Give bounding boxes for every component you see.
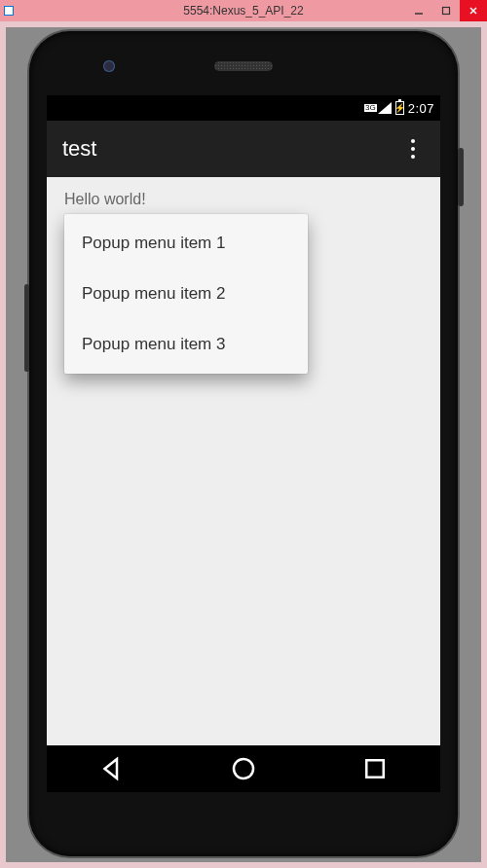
app-action-bar: test — [47, 121, 440, 177]
earpiece-speaker-icon — [214, 61, 273, 71]
maximize-button[interactable] — [432, 0, 460, 21]
hello-text: Hello world! — [47, 177, 440, 208]
battery-indicator: ⚡ — [395, 101, 404, 115]
nav-recents-button[interactable] — [360, 754, 390, 783]
svg-rect-1 — [443, 8, 450, 15]
minimize-button[interactable] — [405, 0, 432, 21]
network-label: 3G — [364, 104, 377, 112]
device-frame: 3G ⚡ 2:07 test — [29, 31, 458, 856]
popup-menu-item[interactable]: Popup menu item 3 — [64, 319, 308, 370]
app-content: Hello world! Popup menu item 1 Popup men… — [47, 177, 440, 745]
svg-point-4 — [234, 759, 253, 778]
svg-rect-5 — [366, 760, 384, 778]
nav-home-button[interactable] — [229, 754, 258, 783]
popup-menu-item[interactable]: Popup menu item 2 — [64, 269, 308, 319]
device-screen: 3G ⚡ 2:07 test — [47, 95, 440, 792]
host-titlebar[interactable]: 5554:Nexus_5_API_22 — [0, 0, 487, 21]
battery-icon: ⚡ — [395, 101, 404, 115]
back-triangle-icon — [97, 754, 127, 783]
recents-square-icon — [360, 754, 390, 783]
battery-charging-icon: ⚡ — [397, 103, 402, 113]
screen-content: 3G ⚡ 2:07 test — [47, 95, 440, 745]
network-indicator: 3G — [364, 102, 392, 114]
host-window: 5554:Nexus_5_API_22 — [0, 0, 487, 868]
signal-icon — [378, 102, 392, 114]
front-camera-icon — [103, 60, 115, 72]
overflow-menu-button[interactable] — [401, 129, 425, 168]
more-vert-icon — [411, 139, 415, 143]
android-status-bar[interactable]: 3G ⚡ 2:07 — [47, 95, 440, 121]
app-title: test — [62, 136, 96, 162]
popup-menu-item[interactable]: Popup menu item 1 — [64, 218, 308, 269]
nav-back-button[interactable] — [97, 754, 127, 783]
close-button[interactable] — [460, 0, 487, 21]
status-clock: 2:07 — [408, 101, 434, 116]
emulator-background: 3G ⚡ 2:07 test — [6, 27, 481, 862]
android-nav-bar — [47, 745, 440, 792]
host-client-area: 3G ⚡ 2:07 test — [0, 21, 487, 868]
host-window-buttons — [405, 0, 487, 21]
popup-menu: Popup menu item 1 Popup menu item 2 Popu… — [64, 214, 308, 374]
host-app-icon — [4, 6, 14, 16]
home-circle-icon — [229, 754, 258, 783]
